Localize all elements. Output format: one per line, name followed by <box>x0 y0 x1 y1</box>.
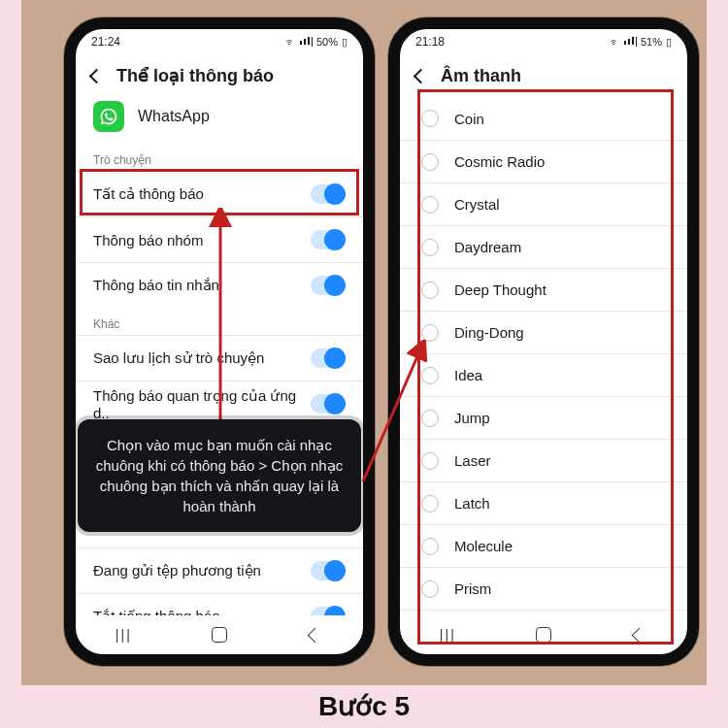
sound-label: Idea <box>454 367 482 383</box>
page-title: Thể loại thông báo <box>116 65 274 86</box>
page-header: Thể loại thông báo <box>76 54 363 97</box>
sound-label: Latch <box>454 495 490 512</box>
clock-label: 21:18 <box>415 35 445 49</box>
radio-icon[interactable] <box>421 580 439 598</box>
radio-icon[interactable] <box>421 538 439 555</box>
radio-icon[interactable] <box>421 153 439 171</box>
status-bar: 21:18 ᯤ 51% ▯ <box>400 29 687 54</box>
sound-option[interactable]: Molecule <box>400 524 687 567</box>
toggle-mute[interactable] <box>311 607 346 615</box>
sound-label: Deep Thought <box>454 281 546 298</box>
nav-recents-button[interactable] <box>434 625 461 645</box>
sound-label: Cosmic Radio <box>454 153 545 170</box>
radio-icon[interactable] <box>421 452 439 470</box>
sound-label: Jump <box>454 410 490 426</box>
sound-option[interactable]: Daydream <box>400 225 687 268</box>
phone-left: 21:24 ᯤ 50% ▯ Thể loại thông báo WhatsAp… <box>64 17 375 666</box>
signal-icon <box>300 37 313 47</box>
section-chat-label: Trò chuyện <box>76 144 363 171</box>
sound-option[interactable]: Jump <box>400 396 687 439</box>
radio-icon[interactable] <box>421 495 439 513</box>
android-nav-bar <box>400 615 687 654</box>
toggle-media[interactable] <box>311 561 346 580</box>
row-all-notifications[interactable]: Tất cả thông báo <box>76 171 363 216</box>
nav-recents-button[interactable] <box>110 625 137 645</box>
toggle-all[interactable] <box>311 184 346 204</box>
nav-back-button[interactable] <box>626 625 653 645</box>
clock-label: 21:24 <box>91 35 120 49</box>
toggle-critical[interactable] <box>311 394 346 414</box>
wifi-icon: ᯤ <box>285 36 296 48</box>
sound-label: Ding-Dong <box>454 324 524 341</box>
row-label: Đang gửi tệp phương tiện <box>93 562 261 579</box>
row-group-notifications[interactable]: Thông báo nhóm <box>76 216 363 262</box>
tooltip-text: Chọn vào mục bạn muốn cài nhạc chuông kh… <box>96 437 343 514</box>
instruction-tooltip: Chọn vào mục bạn muốn cài nhạc chuông kh… <box>78 419 361 532</box>
sound-list[interactable]: CoinCosmic RadioCrystalDaydreamDeep Thou… <box>400 97 687 615</box>
app-row[interactable]: WhatsApp <box>76 97 363 144</box>
sound-option[interactable]: Latch <box>400 481 687 524</box>
status-icons: ᯤ 50% ▯ <box>285 36 347 49</box>
battery-label: 50% <box>316 36 338 48</box>
row-backup[interactable]: Sao lưu lịch sử trò chuyện <box>76 335 363 381</box>
android-nav-bar <box>76 615 363 654</box>
row-label: Thông báo nhóm <box>93 232 203 248</box>
app-name-label: WhatsApp <box>138 108 210 125</box>
row-label: Tắt tiếng thông báo <box>93 608 220 615</box>
sound-label: Coin <box>454 111 484 127</box>
sound-option[interactable]: Cosmic Radio <box>400 140 687 182</box>
sound-option[interactable]: Coin <box>400 97 687 140</box>
sound-option[interactable]: Idea <box>400 353 687 396</box>
radio-icon[interactable] <box>421 239 439 256</box>
settings-scroll[interactable]: WhatsApp Trò chuyện Tất cả thông báo Thô… <box>76 97 363 615</box>
sound-option[interactable]: Laser <box>400 439 687 481</box>
page-header: Âm thanh <box>400 54 687 97</box>
toggle-msg[interactable] <box>311 276 346 295</box>
sound-label: Daydream <box>454 239 521 255</box>
whatsapp-icon <box>93 101 124 132</box>
page-title: Âm thanh <box>441 66 521 86</box>
sound-label: Crystal <box>454 196 500 213</box>
status-icons: ᯤ 51% ▯ <box>610 36 672 49</box>
step-caption: Bước 5 <box>0 690 728 722</box>
status-bar: 21:24 ᯤ 50% ▯ <box>76 29 363 54</box>
row-label: Thông báo quan trọng của ứng d.. <box>93 387 311 421</box>
row-label: Sao lưu lịch sử trò chuyện <box>93 349 264 367</box>
radio-icon[interactable] <box>421 196 439 214</box>
back-icon[interactable] <box>412 67 429 84</box>
sound-option[interactable]: Ding-Dong <box>400 311 687 353</box>
row-media[interactable]: Đang gửi tệp phương tiện <box>76 547 363 593</box>
battery-icon: ▯ <box>342 36 347 49</box>
nav-back-button[interactable] <box>302 625 329 645</box>
radio-icon[interactable] <box>421 110 439 127</box>
toggle-group[interactable] <box>311 230 346 249</box>
signal-icon <box>624 37 637 47</box>
battery-label: 51% <box>641 36 662 48</box>
radio-icon[interactable] <box>421 324 439 342</box>
section-other-label: Khác <box>76 308 363 335</box>
row-label: Thông báo tin nhắn <box>93 277 219 294</box>
sound-label: Prism <box>454 580 491 597</box>
toggle-backup[interactable] <box>311 348 346 368</box>
nav-home-button[interactable] <box>530 625 557 645</box>
radio-icon[interactable] <box>421 410 439 427</box>
row-mute[interactable]: Tắt tiếng thông báo <box>76 593 363 615</box>
row-message-notifications[interactable]: Thông báo tin nhắn <box>76 262 363 308</box>
phone-right: 21:18 ᯤ 51% ▯ Âm thanh CoinCosmic RadioC… <box>388 17 699 666</box>
sound-option[interactable]: Crystal <box>400 182 687 225</box>
nav-home-button[interactable] <box>206 625 233 645</box>
battery-icon: ▯ <box>666 36 672 49</box>
radio-icon[interactable] <box>421 367 439 384</box>
sound-option[interactable]: Prism <box>400 567 687 610</box>
wifi-icon: ᯤ <box>610 36 620 48</box>
sound-label: Molecule <box>454 538 513 554</box>
sound-label: Laser <box>454 452 491 469</box>
row-label: Tất cả thông báo <box>93 185 204 203</box>
sound-option[interactable]: Deep Thought <box>400 268 687 311</box>
back-icon[interactable] <box>87 67 105 84</box>
radio-icon[interactable] <box>421 281 439 299</box>
